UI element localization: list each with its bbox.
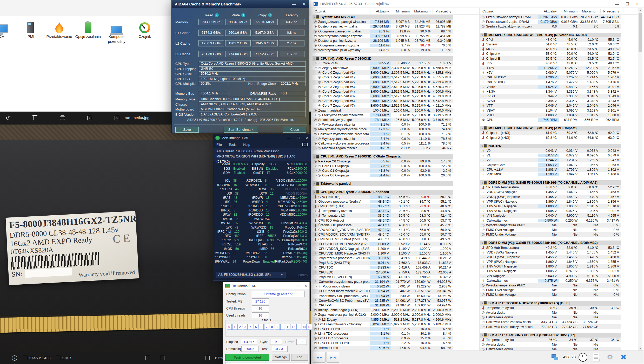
menu-help[interactable]: Help [243, 143, 250, 147]
status-thread-box[interactable]: 0 [227, 324, 232, 330]
sensor-row[interactable]: ϟ+3,3V3.344 V3.336 V3.348 V3.342 V [480, 89, 621, 94]
sensor-row[interactable]: ϟVDDQ (SWB) Napięcie1.455 V1.440 V1.470 … [480, 195, 621, 199]
sensor-row[interactable]: ϟCałkowita moc0.500 W0.250 W6.125 W3.417… [480, 218, 621, 223]
sensor-row[interactable]: PMIC Over VoltageNieNieNie0 % [480, 228, 621, 232]
sensor-row[interactable]: ϟ1,8V VOUT Napięcie1.800 V1.800 V1.815 V… [480, 264, 621, 269]
sensor-row[interactable]: Core 7 Zegar (perf #7)3,600.0 MHz2,512.5… [313, 103, 453, 108]
sensor-row[interactable]: Core 1 Zegar (perf #1)3,600.0 MHz2,512.5… [313, 75, 453, 80]
status-thread-box[interactable]: 10 [280, 324, 285, 330]
sensor-row[interactable]: >L3 Zegary4,855.5 MHz518.2 MHz5,237.8 MH… [313, 317, 453, 322]
sensor-row[interactable]: ϟVPP (SWC) Napięcie1.860 V1.845 V1.860 V… [480, 259, 621, 264]
sensor-row[interactable]: Wykorzystanie pliku wymiany14.3 %0.0 %19… [313, 48, 453, 52]
sensor-row[interactable]: >Mnożniki zegara rdzenia36.0 x23.1 x52.2… [313, 146, 453, 150]
status-thread-box[interactable]: 15 [307, 324, 312, 330]
sensor-row[interactable]: Limit EDC procesora3.1 %0.9 %15.2 %4.8 % [313, 336, 453, 341]
sensor-row[interactable]: PMIC Under VoltageNieNieNie0 % [480, 232, 621, 237]
sensor-row[interactable]: Chipset 1 (xHCI)61.9 °C59.2 °C62.8 °C62.… [480, 131, 621, 135]
rotate-icon[interactable]: ↺ [5, 115, 11, 121]
sensor-row[interactable]: Średnia liczba aktywnych rdzeni0.60.18.0… [480, 24, 621, 29]
sensor-row[interactable]: ϟCPU TDC3.833 A0.416 A108.459 A30.214 A [313, 265, 453, 270]
sensor-section-header[interactable]: ∨S.M.A.R.T.: TOSHIBA HDWD130 (18P9UP3AS)… [480, 301, 621, 306]
settings-button[interactable]: Settings [272, 354, 290, 361]
sensor-row[interactable]: Całkowita liczba zapisów hosta33,724 GB3… [480, 320, 621, 324]
sensor-section-header[interactable]: ∨CPU [#0]: AMD Ryzen 7 9800X3D [313, 56, 453, 61]
sensor-row[interactable]: Chipset A53.0 °C50.0 °C54.0 °C52.9 °C [480, 51, 621, 56]
testing-status-button[interactable]: Testing completed [225, 354, 269, 361]
sensor-row[interactable]: T1546.0 °C43.0 °C53.5 °C49.1 °C [480, 61, 621, 66]
sensor-section-header[interactable]: ∨MSI MPG X870E CARBON WIFI (MS-7E49) (AM… [480, 126, 621, 131]
sensor-row[interactable]: Temperatura dysku38 °C35 °C39 °C38 °C [480, 306, 621, 310]
testmem5-titlebar[interactable]: TestMem5 0.13.1 — □ ✕ [223, 282, 309, 289]
sensor-row[interactable]: CPU VDD_MISC VRM (SVI3 TFN)48.0 °C46.0 °… [313, 237, 453, 242]
sensor-row[interactable]: ϟPrąd rdzenia procesora (SVI3 TFN)3.833 … [313, 256, 453, 260]
sensor-row[interactable]: Chipset 2 (xHCI)62.8 °C61.0 °C64.6 °C63.… [480, 135, 621, 140]
zentimings-titlebar[interactable]: ZenTimings 1.35 — □ ✕ [213, 134, 311, 141]
sensor-row[interactable]: Core 2 Zegar (perf #2)3,600.0 MHz2,512.5… [313, 80, 453, 84]
sensor-row[interactable]: ϟVcore1.024 V0.480 V1.166 V0.991 V [480, 85, 621, 89]
sensor-row[interactable]: PMIC Over VoltageNieNieNie0 % [480, 288, 621, 292]
sensor-row[interactable]: Zegar kontrolera pamięci (UCLK)2,000.0 M… [313, 312, 453, 317]
sensor-row[interactable]: Ostrzeżenie dyskuNieNieNie [480, 315, 621, 320]
sensor-row[interactable]: Całkowite wykorzystanie procesora3.1 %0.… [313, 132, 453, 136]
sensor-row[interactable]: Awaria dyskuNieNieNie [480, 342, 621, 347]
sensor-row[interactable]: Chipset B52.5 °C50.0 °C53.5 °C52.7 °C [480, 56, 621, 61]
sensor-row[interactable]: ϟ1,0V VOUT Napięcie1.005 V0.975 V1.005 V… [480, 269, 621, 273]
sensor-row[interactable]: ϟCałkowita moc0.375 W0.250 W6.375 W3.461… [480, 278, 621, 283]
sensor-row[interactable]: Wykorzystana pamięć fizyczna3,692 MB3,09… [313, 34, 453, 38]
minimize-button[interactable]: — [289, 284, 292, 288]
sensor-row[interactable]: ϟ+5V5.080 V5.070 V5.090 V5.079 V [480, 70, 621, 75]
scroll-down-icon[interactable]: ▼ [638, 346, 642, 351]
merge-columns-button[interactable]: ►◄ [327, 352, 339, 363]
sensor-row[interactable]: CPU48.0 °C45.0 °C91.0 °C55.6 °C [480, 37, 621, 42]
sensor-row[interactable]: ϟ3VSB3.344 V3.336 V3.348 V3.343 V [480, 94, 621, 99]
sensor-section-header[interactable]: ∨DDR5 DIMM [#1]: G.Skill F5-8000J3848H16… [480, 180, 621, 185]
close-button[interactable]: ✕ [636, 2, 639, 6]
close-button[interactable]: ✕ [304, 284, 307, 288]
sensor-row[interactable]: ϟCPU VDDCR_VDD Napięcie (SVI3 …1.003 V0.… [313, 242, 453, 246]
status-thread-box[interactable]: 9 [275, 324, 280, 330]
log-textarea[interactable]: 0:00:00 Testing 1696 MB x 16 (85%) out o… [225, 362, 307, 364]
sensor-row[interactable]: ϟCPU +1,8V1.803 V1.796 V1.809 V1.802 V [480, 167, 621, 172]
sensor-row[interactable]: Obciążenie pamięci fizyczne11.6 %9.7 %96… [313, 43, 453, 48]
log-button[interactable]: Log [291, 354, 308, 361]
sensor-row[interactable]: ϟCałkowite zużycie mocy przez pro…31.194… [313, 279, 453, 284]
sensor-row[interactable]: ϟCore+SoC+MISC Pobór mocy (SV…23.235 W14… [313, 298, 453, 303]
remote-monitor-button[interactable] [549, 352, 561, 362]
info-icon[interactable]: i [12, 355, 17, 360]
sensor-row[interactable]: ϟPrąd MISC (SVI3 TFN)6.770 A4.013 A7.985… [313, 275, 453, 279]
scrollbar[interactable]: ▲ ▼ [638, 8, 642, 351]
sensor-row[interactable]: CPU IOD Hotspot48.5 °C44.5 °C60.5 °C53.7… [313, 218, 453, 223]
sensor-row[interactable]: ϟVIN Napięcie5.040 V4.900 V5.110 V4.995 … [480, 213, 621, 218]
aida64-titlebar[interactable]: AIDA64 Cache & Memory Benchmark — ✕ [172, 0, 309, 8]
close-sensors-button[interactable]: ✖ [618, 352, 629, 362]
sensor-row[interactable]: CPU VDDCR_SOC VRM (SVI3 TFN)48.0 °C46.0 … [313, 232, 453, 237]
sensor-row[interactable]: ϟVDD (SWA) Napięcie1.455 V1.440 V1.455 V… [480, 190, 621, 194]
status-thread-box[interactable]: 14 [302, 324, 307, 330]
feature-icon-laptop[interactable]: Komputer przenośny [101, 19, 132, 44]
sensor-row[interactable]: ϟCPU VDDIO1.476 V1.472 V1.480 V1.476 V [480, 80, 621, 84]
report-button[interactable] [591, 352, 602, 362]
status-thread-box[interactable]: 12 [291, 324, 296, 330]
col-przecietny[interactable]: Przeciętny [600, 9, 621, 13]
sensor-row[interactable]: ϟVDD MISC1.103 V1.099 V1.111 V1.106 V [480, 172, 621, 177]
status-thread-box[interactable]: 6 [259, 324, 264, 330]
print-icon[interactable] [59, 115, 65, 121]
sensor-row[interactable]: PMIC Under VoltageNieNieNie0 % [480, 292, 621, 297]
sensor-section-header[interactable]: ∨MSI MPG X870E CARBON WIFI (MS-7E49) (Nu… [480, 33, 621, 37]
sensor-row[interactable]: ϟV21.244 V1.231 V1.269 V1.247 V [480, 158, 621, 162]
sensor-row[interactable]: >Core C0 Okupacja7.3 %0.0 %100.0 %72.2 % [313, 164, 453, 168]
sensor-row[interactable]: Core 4 Zegar (perf #4)3,600.0 MHz2,512.5… [313, 89, 453, 94]
col-maksimum[interactable]: Maksimum [580, 9, 600, 13]
sensor-section-header[interactable]: >Taktowanie pamięci [313, 181, 453, 186]
sensor-row[interactable]: ϟCPU NB/SoC1.206 V1.202 V1.214 V1.207 V [480, 75, 621, 80]
sensor-row[interactable]: Core 0 Zegar (perf #1)3,600.0 MHz2,307.5… [313, 70, 453, 75]
sensor-row[interactable]: >Temperatury L333.9 °C30.5 °C68.3 °C42.4… [313, 213, 453, 218]
col-przecietny[interactable]: Przeciętny [433, 9, 453, 13]
sensor-row[interactable]: ✻CPU745 RPM637 RPM1,566 RPM962 RPM [480, 118, 621, 122]
sensor-section-header[interactable]: ∨NUC126 [480, 144, 621, 148]
delete-icon[interactable] [32, 115, 38, 121]
sensor-row[interactable]: ϟChipset Core1.053 V1.049 V1.056 V1.053 … [480, 162, 621, 167]
sensor-row[interactable]: SPD Hub Temperatura40.2 °C32.0 °C61.0 °C… [480, 245, 621, 250]
status-thread-box[interactable]: 5 [254, 324, 258, 330]
feature-icon-gauge[interactable]: Czujnik [129, 19, 160, 39]
